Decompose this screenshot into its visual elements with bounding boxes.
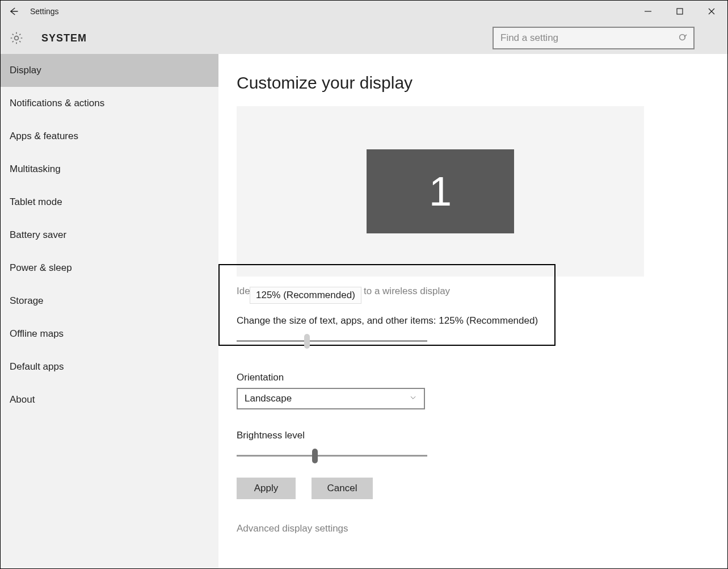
- sidebar-item-label: Display: [10, 65, 41, 76]
- sidebar-item-default-apps[interactable]: Default apps: [1, 350, 218, 383]
- scale-label: Change the size of text, apps, and other…: [237, 315, 727, 327]
- apply-button[interactable]: Apply: [237, 478, 296, 499]
- slider-track: [237, 340, 427, 342]
- sidebar-item-apps-features[interactable]: Apps & features: [1, 120, 218, 153]
- sidebar-item-multitasking[interactable]: Multitasking: [1, 153, 218, 186]
- chevron-down-icon: [409, 393, 417, 404]
- brightness-slider[interactable]: [237, 450, 427, 462]
- sidebar-item-label: Default apps: [10, 361, 64, 373]
- search-input[interactable]: [494, 28, 673, 48]
- sidebar-item-label: Storage: [10, 295, 44, 307]
- window-title: Settings: [30, 7, 59, 16]
- sidebar-item-offline-maps[interactable]: Offline maps: [1, 317, 218, 350]
- sidebar-item-display[interactable]: Display: [1, 54, 218, 87]
- sidebar-item-battery-saver[interactable]: Battery saver: [1, 219, 218, 252]
- window-controls: [632, 1, 727, 22]
- scale-slider-thumb[interactable]: [304, 334, 310, 349]
- advanced-display-settings-link[interactable]: Advanced display settings: [237, 523, 727, 534]
- brightness-label: Brightness level: [237, 430, 727, 441]
- sidebar-item-storage[interactable]: Storage: [1, 284, 218, 317]
- orientation-label: Orientation: [237, 372, 727, 383]
- minimize-button[interactable]: [632, 1, 664, 22]
- svg-point-4: [15, 36, 19, 40]
- title-bar: Settings: [1, 1, 727, 22]
- sidebar-item-label: Apps & features: [10, 131, 78, 142]
- brightness-slider-thumb[interactable]: [312, 449, 318, 463]
- close-icon: [708, 8, 715, 15]
- sidebar: Display Notifications & actions Apps & f…: [1, 54, 218, 568]
- sidebar-item-power-sleep[interactable]: Power & sleep: [1, 252, 218, 284]
- sidebar-item-label: Power & sleep: [10, 262, 72, 274]
- monitor-tile[interactable]: 1: [367, 149, 514, 233]
- monitor-number: 1: [429, 168, 452, 215]
- page-title: Customize your display: [237, 73, 727, 93]
- svg-point-5: [680, 35, 685, 40]
- gear-icon: [9, 30, 24, 46]
- sidebar-item-tablet-mode[interactable]: Tablet mode: [1, 186, 218, 219]
- orientation-value: Landscape: [245, 393, 292, 404]
- back-arrow-icon: [9, 6, 19, 16]
- scale-tooltip: 125% (Recommended): [250, 287, 361, 304]
- body: Display Notifications & actions Apps & f…: [1, 54, 727, 568]
- button-row: Apply Cancel: [237, 478, 727, 499]
- search-box[interactable]: [493, 27, 695, 49]
- cancel-button[interactable]: Cancel: [312, 478, 373, 499]
- search-icon: [673, 28, 693, 48]
- slider-track: [237, 455, 427, 457]
- maximize-icon: [676, 8, 683, 15]
- sidebar-item-label: Tablet mode: [10, 196, 62, 208]
- header-title: SYSTEM: [41, 32, 87, 44]
- maximize-button[interactable]: [664, 1, 696, 22]
- sidebar-item-label: Notifications & actions: [10, 98, 104, 109]
- sidebar-item-notifications[interactable]: Notifications & actions: [1, 87, 218, 120]
- sidebar-item-label: Offline maps: [10, 328, 64, 340]
- back-button[interactable]: [1, 1, 27, 22]
- minimize-icon: [645, 8, 651, 15]
- sidebar-item-about[interactable]: About: [1, 383, 218, 416]
- sidebar-item-label: About: [10, 394, 35, 405]
- monitor-preview-area: 1: [237, 106, 644, 277]
- content: Customize your display 1 Identify Detect…: [218, 54, 727, 568]
- scale-slider[interactable]: [237, 336, 427, 347]
- sidebar-item-label: Battery saver: [10, 229, 66, 241]
- close-button[interactable]: [696, 1, 727, 22]
- orientation-select[interactable]: Landscape: [237, 388, 425, 409]
- sidebar-item-label: Multitasking: [10, 164, 61, 175]
- header: SYSTEM: [1, 22, 727, 54]
- svg-rect-1: [677, 9, 683, 14]
